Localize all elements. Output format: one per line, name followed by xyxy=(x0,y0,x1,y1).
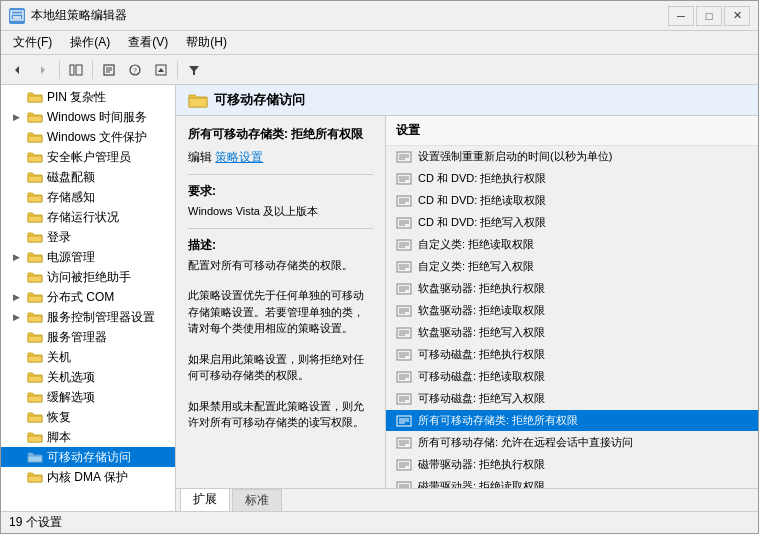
tree-item-service-mgr[interactable]: 服务管理器 xyxy=(1,327,175,347)
svg-marker-15 xyxy=(189,66,199,75)
divider2 xyxy=(188,228,373,229)
folder-icon xyxy=(27,350,43,364)
help-button[interactable]: ? xyxy=(123,59,147,81)
folder-icon xyxy=(27,90,43,104)
settings-item-label: 可移动磁盘: 拒绝读取权限 xyxy=(418,369,545,384)
show-hide-tree-button[interactable] xyxy=(64,59,88,81)
svg-rect-5 xyxy=(70,65,74,75)
settings-item-label: CD 和 DVD: 拒绝执行权限 xyxy=(418,171,546,186)
tree-item-login[interactable]: 登录 xyxy=(1,227,175,247)
tree-item-label: 可移动存储访问 xyxy=(47,449,131,466)
menu-help[interactable]: 帮助(H) xyxy=(178,32,235,53)
settings-item-icon xyxy=(396,260,412,274)
settings-item-set-restart-time[interactable]: 设置强制重重新启动的时间(以秒为单位) xyxy=(386,146,758,168)
settings-item-removable-write[interactable]: 可移动磁盘: 拒绝写入权限 xyxy=(386,388,758,410)
app-icon xyxy=(9,8,25,24)
minimize-button[interactable]: ─ xyxy=(668,6,694,26)
folder-icon xyxy=(27,330,43,344)
settings-item-removable-exec[interactable]: 可移动磁盘: 拒绝执行权限 xyxy=(386,344,758,366)
right-panel-header: 可移动存储访问 xyxy=(176,85,758,116)
back-button[interactable] xyxy=(5,59,29,81)
settings-item-icon xyxy=(396,480,412,489)
settings-item-icon xyxy=(396,436,412,450)
menubar: 文件(F) 操作(A) 查看(V) 帮助(H) xyxy=(1,31,758,55)
settings-item-floppy-read[interactable]: 软盘驱动器: 拒绝读取权限 xyxy=(386,300,758,322)
settings-item-tape-read[interactable]: 磁带驱动器: 拒绝读取权限 xyxy=(386,476,758,488)
tree-item-cache-opts[interactable]: 缓解选项 xyxy=(1,387,175,407)
folder-icon xyxy=(27,230,43,244)
settings-item-all-removable-deny[interactable]: 所有可移动存储类: 拒绝所有权限 xyxy=(386,410,758,432)
folder-icon xyxy=(27,390,43,404)
settings-item-removable-read[interactable]: 可移动磁盘: 拒绝读取权限 xyxy=(386,366,758,388)
tree-item-disk-quota[interactable]: 磁盘配额 xyxy=(1,167,175,187)
tree-item-recovery[interactable]: 恢复 xyxy=(1,407,175,427)
settings-item-floppy-write[interactable]: 软盘驱动器: 拒绝写入权限 xyxy=(386,322,758,344)
titlebar: 本地组策略编辑器 ─ □ ✕ xyxy=(1,1,758,31)
folder-header-icon xyxy=(188,91,208,109)
settings-item-cd-dvd-write[interactable]: CD 和 DVD: 拒绝写入权限 xyxy=(386,212,758,234)
settings-item-label: CD 和 DVD: 拒绝写入权限 xyxy=(418,215,546,230)
tree-item-label: 电源管理 xyxy=(47,249,95,266)
status-text: 19 个设置 xyxy=(9,514,62,531)
expand-icon: ▶ xyxy=(13,292,25,302)
tab-expand[interactable]: 扩展 xyxy=(180,488,230,511)
tree-item-power-mgmt[interactable]: ▶ 电源管理 xyxy=(1,247,175,267)
tree-item-label: 磁盘配额 xyxy=(47,169,95,186)
settings-item-cd-dvd-exec[interactable]: CD 和 DVD: 拒绝执行权限 xyxy=(386,168,758,190)
export-button[interactable] xyxy=(149,59,173,81)
settings-item-tape-exec[interactable]: 磁带驱动器: 拒绝执行权限 xyxy=(386,454,758,476)
toolbar: ? xyxy=(1,55,758,85)
settings-item-cd-dvd-read[interactable]: CD 和 DVD: 拒绝读取权限 xyxy=(386,190,758,212)
tree-item-shutdown[interactable]: 关机 xyxy=(1,347,175,367)
tree-item-label: 服务管理器 xyxy=(47,329,107,346)
tree-item-pin[interactable]: PIN 复杂性 xyxy=(1,87,175,107)
tree-item-storage-status[interactable]: 存储运行状况 xyxy=(1,207,175,227)
folder-icon xyxy=(27,370,43,384)
policy-settings-link[interactable]: 策略设置 xyxy=(215,150,263,164)
settings-list: 设置强制重重新启动的时间(以秒为单位) CD 和 DVD: 拒绝执行权限 CD … xyxy=(386,146,758,488)
settings-item-icon xyxy=(396,414,412,428)
settings-item-floppy-exec[interactable]: 软盘驱动器: 拒绝执行权限 xyxy=(386,278,758,300)
menu-view[interactable]: 查看(V) xyxy=(120,32,176,53)
tree-item-label: 恢复 xyxy=(47,409,71,426)
tabs-bar: 扩展 标准 xyxy=(176,489,758,511)
right-panel-title: 可移动存储访问 xyxy=(214,91,305,109)
tree-item-shutdown-opts[interactable]: 关机选项 xyxy=(1,367,175,387)
toolbar-sep3 xyxy=(177,61,178,79)
menu-action[interactable]: 操作(A) xyxy=(62,32,118,53)
forward-button[interactable] xyxy=(31,59,55,81)
filter-button[interactable] xyxy=(182,59,206,81)
expand-icon: ▶ xyxy=(13,112,25,122)
tree-item-label: 内核 DMA 保护 xyxy=(47,469,128,486)
tree-panel: PIN 复杂性▶ Windows 时间服务 Windows 文件保护 安全帐户管… xyxy=(1,85,176,511)
requirements-text: Windows Vista 及以上版本 xyxy=(188,203,373,220)
folder-icon xyxy=(27,310,43,324)
settings-item-icon xyxy=(396,150,412,164)
menu-file[interactable]: 文件(F) xyxy=(5,32,60,53)
settings-item-custom-write[interactable]: 自定义类: 拒绝写入权限 xyxy=(386,256,758,278)
tree-item-storage-aware[interactable]: 存储感知 xyxy=(1,187,175,207)
tree-item-label: Windows 文件保护 xyxy=(47,129,147,146)
tree-item-kernel-dma[interactable]: 内核 DMA 保护 xyxy=(1,467,175,487)
properties-button[interactable] xyxy=(97,59,121,81)
edit-link-container: 编辑 策略设置 xyxy=(188,149,373,166)
folder-icon xyxy=(27,410,43,424)
tree-item-windows-file[interactable]: Windows 文件保护 xyxy=(1,127,175,147)
main-content: PIN 复杂性▶ Windows 时间服务 Windows 文件保护 安全帐户管… xyxy=(1,85,758,511)
svg-text:?: ? xyxy=(133,66,137,75)
tree-item-removable-storage[interactable]: 可移动存储访问 xyxy=(1,447,175,467)
tree-item-label: 分布式 COM xyxy=(47,289,114,306)
description-text4: 如果禁用或未配置此策略设置，则允许对所有可移动存储类的读写权限。 xyxy=(188,398,373,431)
tree-item-access-denied[interactable]: 访问被拒绝助手 xyxy=(1,267,175,287)
close-button[interactable]: ✕ xyxy=(724,6,750,26)
tree-item-account-mgr[interactable]: 安全帐户管理员 xyxy=(1,147,175,167)
tab-standard[interactable]: 标准 xyxy=(232,489,282,511)
settings-item-all-removable-remote[interactable]: 所有可移动存储: 允许在远程会话中直接访问 xyxy=(386,432,758,454)
tree-item-service-ctrl[interactable]: ▶ 服务控制管理器设置 xyxy=(1,307,175,327)
maximize-button[interactable]: □ xyxy=(696,6,722,26)
tree-item-windows-time[interactable]: ▶ Windows 时间服务 xyxy=(1,107,175,127)
tree-item-distributed-com[interactable]: ▶ 分布式 COM xyxy=(1,287,175,307)
settings-item-custom-read[interactable]: 自定义类: 拒绝读取权限 xyxy=(386,234,758,256)
right-split: 所有可移动存储类: 拒绝所有权限 编辑 策略设置 要求: Windows Vis… xyxy=(176,116,758,488)
tree-item-scripts[interactable]: 脚本 xyxy=(1,427,175,447)
